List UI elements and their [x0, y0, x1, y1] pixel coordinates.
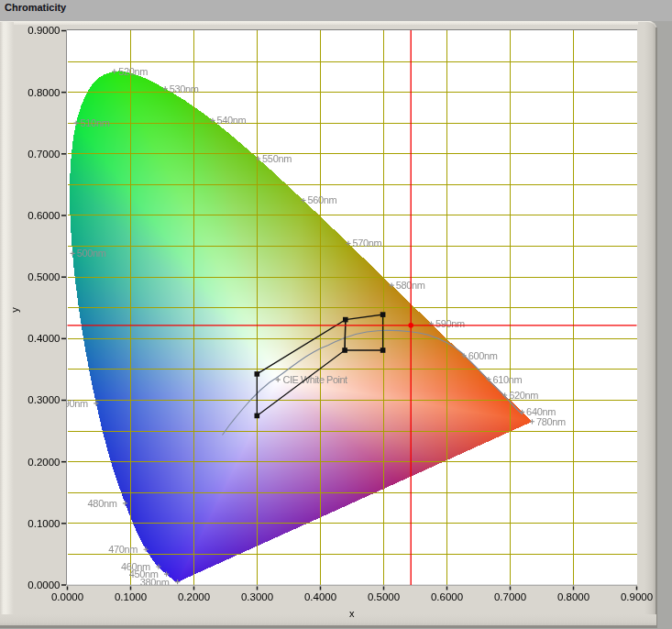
- svg-text:0.1000: 0.1000: [115, 591, 147, 602]
- svg-text:570nm: 570nm: [352, 237, 381, 248]
- svg-text:470nm: 470nm: [108, 544, 138, 555]
- svg-text:520nm: 520nm: [118, 66, 148, 77]
- svg-text:510nm: 510nm: [81, 117, 110, 128]
- svg-text:0.2000: 0.2000: [178, 591, 210, 602]
- svg-text:0.8000: 0.8000: [28, 87, 60, 98]
- svg-text:0.6000: 0.6000: [431, 591, 463, 602]
- svg-text:0.6000: 0.6000: [28, 210, 60, 221]
- svg-text:x: x: [349, 608, 355, 619]
- svg-text:620nm: 620nm: [509, 390, 538, 401]
- svg-text:530nm: 530nm: [170, 83, 199, 94]
- svg-text:0.5000: 0.5000: [28, 271, 60, 282]
- svg-text:0.1000: 0.1000: [28, 518, 60, 529]
- svg-text:0.9000: 0.9000: [28, 25, 60, 36]
- svg-text:560nm: 560nm: [307, 194, 336, 205]
- svg-text:0.4000: 0.4000: [28, 333, 60, 344]
- svg-text:0.7000: 0.7000: [494, 591, 526, 602]
- svg-text:0.7000: 0.7000: [28, 149, 60, 160]
- svg-text:540nm: 540nm: [216, 115, 246, 126]
- svg-text:0.8000: 0.8000: [557, 591, 589, 602]
- svg-text:490nm: 490nm: [59, 398, 88, 409]
- svg-text:0.0000: 0.0000: [51, 591, 83, 602]
- svg-text:0.4000: 0.4000: [304, 591, 336, 602]
- svg-text:0.2000: 0.2000: [28, 457, 60, 468]
- svg-text:0.0000: 0.0000: [28, 579, 60, 590]
- svg-text:500nm: 500nm: [77, 248, 106, 259]
- svg-text:0.9000: 0.9000: [621, 591, 653, 602]
- svg-text:0.3000: 0.3000: [28, 394, 60, 405]
- svg-text:0.5000: 0.5000: [368, 591, 400, 602]
- svg-text:y: y: [9, 307, 20, 313]
- svg-text:550nm: 550nm: [262, 153, 292, 164]
- svg-text:780nm: 780nm: [536, 416, 566, 427]
- svg-text:CIE White Point: CIE White Point: [283, 374, 348, 385]
- svg-text:590nm: 590nm: [435, 318, 465, 329]
- svg-text:460nm: 460nm: [121, 561, 150, 572]
- svg-text:600nm: 600nm: [468, 350, 498, 361]
- svg-text:0.3000: 0.3000: [241, 591, 273, 602]
- svg-text:610nm: 610nm: [492, 374, 522, 385]
- svg-text:480nm: 480nm: [88, 498, 117, 509]
